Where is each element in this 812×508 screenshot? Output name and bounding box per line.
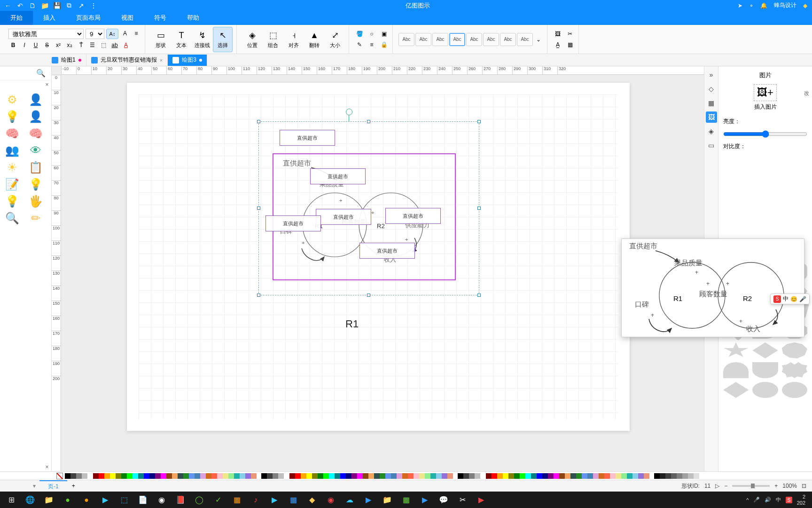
color-swatch[interactable] — [138, 473, 144, 479]
color-swatch[interactable] — [385, 473, 391, 479]
color-swatch[interactable] — [414, 473, 419, 479]
color-swatch[interactable] — [306, 473, 312, 479]
sel-handle-nw[interactable] — [257, 120, 260, 123]
open-icon[interactable]: 📁 — [40, 1, 49, 10]
color-swatch[interactable] — [627, 473, 632, 479]
color-swatch[interactable] — [402, 473, 408, 479]
shape-head[interactable]: 👤 — [27, 93, 44, 107]
color-swatch[interactable] — [469, 473, 475, 479]
shape-board[interactable]: 📋 — [27, 160, 44, 175]
start-icon[interactable]: ⊞ — [3, 493, 20, 507]
explorer-icon[interactable]: 📁 — [40, 493, 57, 507]
bold-icon[interactable]: B — [8, 40, 18, 50]
color-swatch[interactable] — [357, 473, 363, 479]
menu-pagelayout[interactable]: 页面布局 — [66, 11, 111, 25]
app-icon[interactable]: ▶ — [416, 493, 433, 507]
thumb[interactable] — [723, 342, 749, 358]
app-icon[interactable]: ▦ — [228, 493, 245, 507]
select-tool[interactable]: ↖选择 — [213, 27, 233, 52]
style-more-icon[interactable]: ⌄ — [534, 35, 543, 44]
color-swatch[interactable] — [671, 473, 677, 479]
font-size-down-icon[interactable]: A — [120, 29, 130, 38]
color-swatch[interactable] — [654, 473, 660, 479]
size-tool[interactable]: ⤢大小 — [325, 27, 345, 52]
color-swatch[interactable] — [166, 473, 172, 479]
close-panel-x2[interactable]: × — [45, 463, 51, 471]
color-swatch[interactable] — [87, 473, 93, 479]
color-swatch[interactable] — [273, 473, 278, 479]
color-swatch[interactable] — [234, 473, 240, 479]
align-menu-icon[interactable]: ≡ — [132, 29, 141, 38]
back-icon[interactable]: ← — [4, 1, 12, 10]
color-swatch[interactable] — [554, 473, 559, 479]
doc-tab-0[interactable]: 绘图1 — [47, 55, 86, 66]
app-icon[interactable]: 📕 — [172, 493, 189, 507]
app-icon[interactable]: ✂ — [454, 493, 471, 507]
color-swatch[interactable] — [565, 473, 570, 479]
shape-head-blue[interactable]: 👤 — [27, 110, 44, 124]
crop-icon[interactable]: ✂ — [565, 29, 575, 39]
color-swatch[interactable] — [570, 473, 576, 479]
more-icon[interactable]: ⋮ — [89, 1, 98, 10]
line-color-icon[interactable]: ✎ — [355, 40, 364, 49]
shape-brain2[interactable]: 🧠 — [4, 127, 21, 141]
app-icon[interactable]: ▶ — [266, 493, 283, 507]
shape-sun[interactable]: ☀ — [4, 160, 21, 175]
color-swatch[interactable] — [251, 473, 257, 479]
style-chip-0[interactable]: Abc — [398, 33, 414, 46]
shape-eye[interactable]: 👁 — [27, 143, 44, 158]
color-swatch[interactable] — [616, 473, 621, 479]
app-icon[interactable]: ● — [78, 493, 95, 507]
fill-color-icon[interactable]: 🪣 — [355, 29, 364, 39]
color-swatch[interactable] — [223, 473, 228, 479]
color-swatch[interactable] — [329, 473, 335, 479]
page-icon[interactable]: ▭ — [706, 140, 717, 151]
sel-handle-e[interactable] — [477, 206, 481, 210]
send-icon[interactable]: ➤ — [738, 2, 742, 9]
color-swatch[interactable] — [200, 473, 206, 479]
undo-icon[interactable]: ↶ — [16, 1, 24, 10]
color-swatch[interactable] — [121, 473, 127, 479]
underline-icon[interactable]: U — [31, 40, 40, 50]
brightness-slider[interactable] — [723, 130, 807, 138]
color-swatch[interactable] — [514, 473, 520, 479]
color-swatch[interactable] — [520, 473, 525, 479]
no-color-icon[interactable] — [56, 473, 63, 479]
italic-icon[interactable]: I — [20, 40, 29, 50]
color-swatch[interactable] — [284, 473, 289, 479]
color-swatch[interactable] — [70, 473, 76, 479]
tray-vol-icon[interactable]: 🔊 — [765, 497, 771, 503]
color-swatch[interactable] — [245, 473, 251, 479]
rotate-handle[interactable] — [346, 109, 352, 115]
sel-handle-n[interactable] — [367, 120, 370, 123]
menu-start[interactable]: 开始 — [0, 11, 33, 25]
color-swatch[interactable] — [430, 473, 436, 479]
thumb[interactable] — [723, 362, 749, 378]
line-style-icon[interactable]: ≡ — [367, 40, 376, 49]
color-swatch[interactable] — [335, 473, 340, 479]
shape-tool[interactable]: ▭形状 — [151, 27, 171, 52]
layout-icon[interactable]: ▦ — [565, 40, 575, 49]
color-swatch[interactable] — [116, 473, 121, 479]
color-swatch[interactable] — [660, 473, 665, 479]
bullets-icon[interactable]: ⬚ — [99, 40, 108, 50]
thumb[interactable] — [752, 382, 778, 398]
color-swatch[interactable] — [289, 473, 295, 479]
color-swatch[interactable] — [211, 473, 217, 479]
color-swatch[interactable] — [351, 473, 357, 479]
shape-magnify[interactable]: 🔍 — [4, 211, 21, 225]
color-swatch[interactable] — [503, 473, 508, 479]
shape-brain3[interactable]: 🧠 — [27, 127, 44, 141]
font-family-select[interactable]: 微软雅黑 — [8, 29, 84, 39]
color-swatch[interactable] — [425, 473, 430, 479]
app-icon[interactable]: ◆ — [304, 493, 320, 507]
color-swatch[interactable] — [206, 473, 211, 479]
color-swatch[interactable] — [110, 473, 116, 479]
color-swatch[interactable] — [497, 473, 503, 479]
export-icon[interactable]: ↗ — [77, 1, 86, 10]
color-swatch[interactable] — [295, 473, 301, 479]
sel-handle-se[interactable] — [477, 294, 481, 297]
color-swatch[interactable] — [240, 473, 245, 479]
effects-icon[interactable]: ▣ — [379, 29, 389, 39]
connector-tool[interactable]: ↯连接线 — [192, 27, 212, 52]
